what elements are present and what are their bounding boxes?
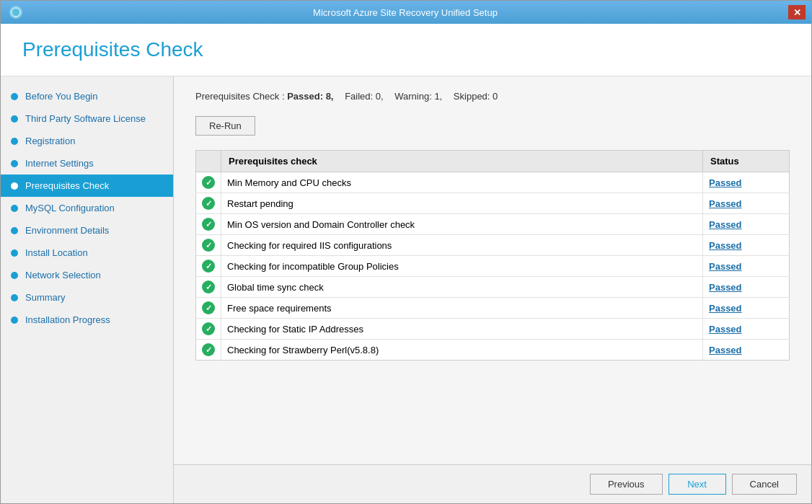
cancel-button[interactable]: Cancel: [732, 474, 797, 495]
check-table: Prerequisites check Status ✓Min Memory a…: [195, 150, 790, 361]
summary-prefix: Prerequisites Check :: [195, 91, 287, 102]
sidebar-item-before-you-begin[interactable]: Before You Begin: [1, 85, 173, 107]
sidebar-item-network-selection[interactable]: Network Selection: [1, 264, 173, 286]
status-passed-link-4[interactable]: Passed: [709, 261, 742, 272]
sidebar-item-third-party-software-license[interactable]: Third Party Software License: [1, 107, 173, 130]
row-status-1[interactable]: Passed: [703, 193, 790, 214]
close-button[interactable]: ✕: [788, 5, 806, 19]
status-passed-link-1[interactable]: Passed: [709, 198, 742, 209]
check-passed-icon: ✓: [202, 218, 215, 231]
sidebar-label-network-selection: Network Selection: [25, 270, 101, 280]
table-header: Prerequisites check Status: [196, 151, 790, 172]
sidebar-item-registration[interactable]: Registration: [1, 130, 173, 152]
sidebar-dot-registration: [11, 138, 18, 145]
sidebar-dot-install-location: [11, 249, 18, 257]
app-icon: [9, 6, 22, 19]
summary-passed: Passed: 8,: [287, 91, 333, 102]
status-passed-link-5[interactable]: Passed: [709, 282, 742, 293]
row-status-6[interactable]: Passed: [703, 298, 790, 319]
check-passed-icon: ✓: [202, 260, 215, 273]
sidebar-dot-network-selection: [11, 272, 18, 279]
check-passed-icon: ✓: [202, 301, 215, 314]
previous-button[interactable]: Previous: [590, 474, 663, 495]
status-passed-link-0[interactable]: Passed: [709, 177, 742, 188]
table-row: ✓Checking for required IIS configuration…: [196, 235, 790, 256]
sidebar-dot-internet-settings: [11, 160, 18, 167]
check-passed-icon: ✓: [202, 197, 215, 210]
col-status-header: Status: [703, 151, 790, 172]
right-panel: Prerequisites Check : Passed: 8, Failed:…: [174, 76, 811, 503]
table-row: ✓Checking for Strawberry Perl(v5.8.8)Pas…: [196, 340, 790, 361]
right-content: Prerequisites Check : Passed: 8, Failed:…: [174, 76, 811, 464]
main-body: Before You BeginThird Party Software Lic…: [1, 76, 811, 503]
sidebar-dot-before-you-begin: [11, 93, 18, 100]
row-icon-2: ✓: [196, 214, 221, 235]
row-check-4: Checking for incompatible Group Policies: [221, 256, 703, 277]
sidebar-label-registration: Registration: [25, 136, 75, 146]
sidebar-dot-third-party-software-license: [11, 115, 18, 123]
status-passed-link-7[interactable]: Passed: [709, 324, 742, 335]
row-icon-4: ✓: [196, 256, 221, 277]
sidebar-label-prerequisites-check: Prerequisites Check: [25, 180, 109, 191]
check-passed-icon: ✓: [202, 343, 215, 356]
main-window: Microsoft Azure Site Recovery Unified Se…: [0, 0, 812, 504]
table-row: ✓Free space requirementsPassed: [196, 298, 790, 319]
status-passed-link-3[interactable]: Passed: [709, 240, 742, 251]
row-icon-6: ✓: [196, 298, 221, 319]
table-row: ✓Restart pendingPassed: [196, 193, 790, 214]
col-icon: [196, 151, 221, 172]
row-icon-1: ✓: [196, 193, 221, 214]
row-status-5[interactable]: Passed: [703, 277, 790, 298]
table-row: ✓Min OS version and Domain Controller ch…: [196, 214, 790, 235]
sidebar-item-internet-settings[interactable]: Internet Settings: [1, 152, 173, 174]
table-row: ✓Global time sync checkPassed: [196, 277, 790, 298]
row-status-0[interactable]: Passed: [703, 172, 790, 193]
row-check-6: Free space requirements: [221, 298, 703, 319]
page-title: Prerequisites Check: [22, 38, 790, 61]
check-passed-icon: ✓: [202, 280, 215, 293]
row-status-8[interactable]: Passed: [703, 340, 790, 361]
svg-point-0: [12, 8, 20, 17]
sidebar-item-summary[interactable]: Summary: [1, 286, 173, 309]
sidebar: Before You BeginThird Party Software Lic…: [1, 76, 174, 503]
sidebar-item-prerequisites-check[interactable]: Prerequisites Check: [1, 174, 173, 197]
sidebar-item-mysql-configuration[interactable]: MySQL Configuration: [1, 197, 173, 219]
row-status-7[interactable]: Passed: [703, 319, 790, 340]
row-icon-7: ✓: [196, 319, 221, 340]
status-passed-link-8[interactable]: Passed: [709, 345, 742, 355]
row-check-5: Global time sync check: [221, 277, 703, 298]
status-passed-link-2[interactable]: Passed: [709, 219, 742, 230]
row-check-3: Checking for required IIS configurations: [221, 235, 703, 256]
table-row: ✓Checking for Static IP AddressesPassed: [196, 319, 790, 340]
table-row: ✓Checking for incompatible Group Policie…: [196, 256, 790, 277]
summary-warning: Warning: 1,: [394, 91, 442, 102]
summary-bar: Prerequisites Check : Passed: 8, Failed:…: [195, 91, 790, 102]
sidebar-item-installation-progress[interactable]: Installation Progress: [1, 309, 173, 331]
row-status-3[interactable]: Passed: [703, 235, 790, 256]
header-section: Prerequisites Check: [1, 24, 811, 76]
summary-failed: Failed: 0,: [345, 91, 383, 102]
sidebar-item-environment-details[interactable]: Environment Details: [1, 219, 173, 242]
sidebar-dot-installation-progress: [11, 317, 18, 324]
footer-bar: Previous Next Cancel: [174, 464, 811, 503]
sidebar-dot-mysql-configuration: [11, 205, 18, 212]
sidebar-label-third-party-software-license: Third Party Software License: [25, 113, 146, 124]
col-check-header: Prerequisites check: [221, 151, 703, 172]
row-status-4[interactable]: Passed: [703, 256, 790, 277]
check-passed-icon: ✓: [202, 239, 215, 252]
sidebar-label-before-you-begin: Before You Begin: [25, 91, 97, 102]
rerun-button[interactable]: Re-Run: [195, 116, 255, 136]
sidebar-dot-prerequisites-check: [11, 182, 18, 190]
sidebar-dot-environment-details: [11, 227, 18, 234]
table-row: ✓Min Memory and CPU checksPassed: [196, 172, 790, 193]
sidebar-label-mysql-configuration: MySQL Configuration: [25, 203, 115, 213]
status-passed-link-6[interactable]: Passed: [709, 303, 742, 314]
sidebar-item-install-location[interactable]: Install Location: [1, 242, 173, 264]
row-check-7: Checking for Static IP Addresses: [221, 319, 703, 340]
row-status-2[interactable]: Passed: [703, 214, 790, 235]
sidebar-label-internet-settings: Internet Settings: [25, 158, 94, 169]
row-icon-5: ✓: [196, 277, 221, 298]
title-bar: Microsoft Azure Site Recovery Unified Se…: [1, 1, 811, 24]
window-title: Microsoft Azure Site Recovery Unified Se…: [22, 7, 788, 18]
next-button[interactable]: Next: [668, 474, 726, 495]
